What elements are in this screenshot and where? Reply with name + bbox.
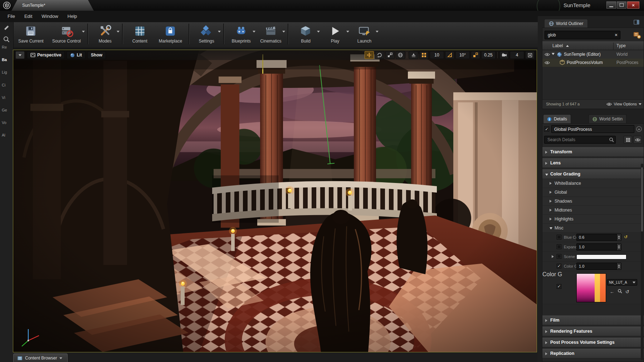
marketplace-button[interactable]: Marketplace	[155, 22, 186, 44]
dropdown-caret[interactable]	[218, 31, 221, 33]
category-recently-placed[interactable]: Re	[2, 45, 7, 49]
lock-icon[interactable]	[636, 126, 642, 134]
section-film[interactable]: Film	[542, 316, 644, 325]
color-grading-intensity-input[interactable]: 1.0	[576, 263, 621, 270]
actor-enabled-checkbox[interactable]: ✓	[544, 127, 549, 132]
titlebar[interactable]: SunTemple* SunTemple ×	[0, 0, 644, 11]
blueprints-button[interactable]: Blueprints	[226, 22, 256, 44]
category-geometry[interactable]: Ge	[2, 108, 7, 112]
dropdown-caret[interactable]	[376, 31, 379, 33]
expander-icon[interactable]	[552, 53, 555, 55]
details-scrollbar[interactable]	[641, 164, 643, 360]
scale-snap-button[interactable]	[471, 51, 480, 59]
menu-file[interactable]: File	[3, 11, 20, 22]
settings-button[interactable]: Settings	[192, 22, 221, 44]
view-options-button[interactable]: View Options	[606, 102, 641, 106]
override-checkbox[interactable]	[557, 235, 561, 239]
outliner-filter-icon[interactable]	[633, 31, 641, 39]
column-label[interactable]: Label	[552, 43, 563, 48]
play-button[interactable]: Play	[320, 22, 350, 44]
tab-world-settings[interactable]: World Settin	[589, 114, 626, 123]
browse-to-asset-icon[interactable]	[618, 288, 622, 295]
clear-search-icon[interactable]: ×	[613, 32, 619, 38]
grid-snap-button[interactable]	[419, 51, 429, 59]
tab-details[interactable]: Details	[543, 114, 571, 123]
modes-button[interactable]: Modes	[91, 22, 120, 44]
rotate-tool-button[interactable]	[375, 51, 384, 59]
spinner-arrows[interactable]	[616, 234, 621, 240]
spinner-arrows[interactable]	[616, 263, 621, 269]
viewport-show-button[interactable]: Show	[87, 51, 106, 59]
subsection-misc[interactable]: Misc	[542, 224, 644, 233]
subsection-midtones[interactable]: Midtones	[542, 206, 644, 215]
category-all-classes[interactable]: Al	[2, 133, 5, 137]
tab-content-browser[interactable]: Content Browser	[13, 353, 68, 362]
menu-window[interactable]: Window	[37, 11, 63, 22]
search-classes-icon[interactable]	[3, 36, 10, 43]
override-checkbox[interactable]	[557, 254, 561, 259]
expander-icon[interactable]	[552, 255, 554, 258]
subsection-global[interactable]: Global	[542, 188, 644, 197]
outliner-column-headers[interactable]: Label Type	[542, 41, 644, 50]
build-button[interactable]: Build	[291, 22, 320, 44]
viewport-lit-button[interactable]: Lit	[67, 51, 86, 59]
level-tab[interactable]: SunTemple*	[11, 0, 94, 11]
actor-label[interactable]: PostProcessVolum	[567, 60, 603, 65]
visibility-eye-icon[interactable]	[545, 53, 550, 56]
camera-speed-button[interactable]	[499, 51, 509, 59]
category-basic[interactable]: Ba	[2, 58, 7, 62]
dropdown-caret[interactable]	[282, 31, 285, 33]
actor-label[interactable]: SunTemple (Editor)	[564, 52, 601, 57]
outliner-search-input[interactable]	[545, 31, 620, 39]
category-volumes[interactable]: Vo	[2, 120, 6, 125]
scrollbar-thumb[interactable]	[641, 167, 643, 232]
reset-to-default-icon[interactable]: ↺	[625, 289, 629, 294]
cinematics-button[interactable]: Cinematics	[256, 22, 286, 44]
details-search-input[interactable]	[544, 136, 616, 144]
color-swatch[interactable]	[576, 254, 626, 259]
menu-help[interactable]: Help	[63, 11, 82, 22]
column-type[interactable]: Type	[616, 43, 626, 48]
lut-asset-dropdown[interactable]: NK_LUT_A	[607, 279, 637, 286]
dock-layout-icon[interactable]	[634, 20, 639, 26]
restore-button[interactable]	[617, 1, 626, 9]
dropdown-caret[interactable]	[346, 31, 349, 33]
override-checkbox[interactable]	[557, 244, 561, 249]
category-lights[interactable]: Lig	[2, 70, 7, 74]
expand-gamut-input[interactable]: 1.0	[576, 243, 621, 251]
use-selected-icon[interactable]: ←	[610, 289, 614, 294]
tab-world-outliner[interactable]: World Outliner	[544, 19, 588, 28]
spinner-arrows[interactable]	[616, 244, 621, 250]
viewport-perspective-button[interactable]: Perspective	[27, 51, 65, 59]
move-tool-button[interactable]	[365, 51, 374, 59]
launch-button[interactable]: Launch	[350, 22, 379, 44]
category-visual-effects[interactable]: Vi	[2, 95, 5, 100]
close-button[interactable]: ×	[627, 1, 639, 9]
outliner-row-suntemple[interactable]: SunTemple (Editor) World	[542, 50, 644, 59]
property-matrix-button[interactable]	[624, 136, 632, 144]
menu-edit[interactable]: Edit	[20, 11, 37, 22]
section-lens[interactable]: Lens	[542, 158, 644, 168]
blue-correction-input[interactable]: 0.6	[576, 234, 621, 241]
section-post-process-volume-settings[interactable]: Post Process Volume Settings	[542, 338, 644, 347]
section-transform[interactable]: Transform	[542, 147, 644, 157]
override-checkbox[interactable]: ✓	[557, 284, 561, 289]
outliner-row-postprocess[interactable]: PostProcessVolum PostProces	[542, 59, 644, 67]
minimize-button[interactable]	[606, 1, 616, 9]
scale-tool-button[interactable]	[385, 51, 395, 59]
display-filter-button[interactable]	[633, 136, 642, 144]
dropdown-caret[interactable]	[82, 31, 85, 33]
section-color-grading[interactable]: Color Grading	[542, 169, 644, 179]
section-rendering-features[interactable]: Rendering Features	[542, 327, 644, 336]
scale-snap-value[interactable]: 0.25	[481, 51, 496, 59]
world-space-button[interactable]	[396, 51, 405, 59]
level-viewport[interactable]: Perspective Lit Show	[13, 50, 537, 352]
dropdown-caret[interactable]	[117, 31, 119, 33]
grid-snap-value[interactable]: 10	[430, 51, 444, 59]
place-mode-icon[interactable]	[3, 24, 10, 31]
reset-to-default-icon[interactable]: ↺	[624, 234, 628, 239]
visibility-eye-icon[interactable]	[545, 61, 550, 65]
section-replication[interactable]: Replication	[542, 349, 644, 358]
camera-speed-value[interactable]: 4	[510, 51, 524, 59]
lut-texture-thumbnail[interactable]	[576, 273, 606, 302]
